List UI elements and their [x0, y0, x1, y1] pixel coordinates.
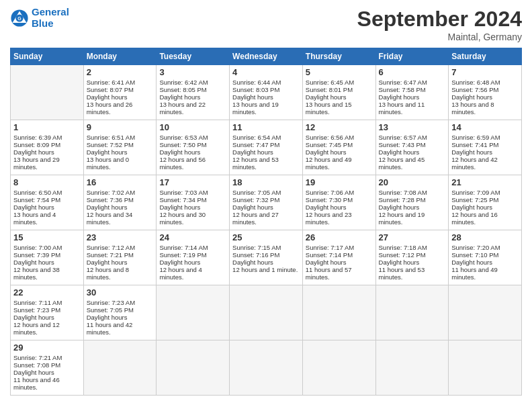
daylight-duration: 13 hours and 29 minutes.: [13, 156, 60, 171]
daylight-label: Daylight hours: [451, 93, 492, 101]
daylight-duration: 13 hours and 11 minutes.: [379, 101, 425, 116]
daylight-duration: 12 hours and 27 minutes.: [232, 211, 279, 226]
sunrise-text: Sunrise: 6:48 AM: [451, 79, 500, 86]
calendar-cell: 6Sunrise: 6:47 AMSunset: 7:58 PMDaylight…: [375, 65, 449, 120]
day-number: 23: [87, 232, 154, 242]
day-number: 4: [232, 67, 300, 77]
calendar-cell: [449, 285, 522, 340]
daylight-label: Daylight hours: [159, 148, 200, 156]
sunset-text: Sunset: 7:43 PM: [379, 141, 426, 148]
location: Maintal, Germany: [357, 32, 522, 42]
calendar-cell: 1Sunrise: 6:39 AMSunset: 8:09 PMDaylight…: [11, 120, 84, 175]
daylight-duration: 12 hours and 56 minutes.: [159, 156, 206, 171]
daylight-label: Daylight hours: [87, 314, 128, 321]
sunrise-text: Sunrise: 7:17 AM: [306, 244, 354, 251]
calendar-cell: [83, 340, 157, 396]
col-monday: Monday: [83, 48, 157, 65]
calendar-cell: [449, 340, 522, 396]
day-number: 9: [87, 122, 154, 132]
sunrise-text: Sunrise: 7:09 AM: [451, 189, 500, 196]
daylight-label: Daylight hours: [451, 203, 492, 211]
logo: G General Blue: [10, 7, 69, 29]
day-number: 27: [379, 232, 446, 242]
sunset-text: Sunset: 7:05 PM: [87, 306, 134, 314]
sunset-text: Sunset: 8:07 PM: [87, 86, 134, 93]
daylight-duration: 13 hours and 4 minutes.: [13, 211, 56, 226]
sunrise-text: Sunrise: 7:06 AM: [306, 189, 354, 196]
daylight-label: Daylight hours: [87, 148, 128, 156]
sunset-text: Sunset: 7:23 PM: [13, 306, 60, 314]
day-number: 1: [13, 122, 81, 132]
calendar-cell: 11Sunrise: 6:54 AMSunset: 7:47 PMDayligh…: [230, 120, 303, 175]
daylight-duration: 13 hours and 26 minutes.: [87, 101, 133, 116]
sunset-text: Sunset: 8:01 PM: [306, 86, 353, 93]
sunrise-text: Sunrise: 7:05 AM: [232, 189, 281, 196]
daylight-label: Daylight hours: [306, 93, 347, 101]
daylight-duration: 13 hours and 22 minutes.: [159, 101, 206, 116]
daylight-duration: 12 hours and 38 minutes.: [13, 266, 60, 281]
calendar-cell: 14Sunrise: 6:59 AMSunset: 7:41 PMDayligh…: [449, 120, 522, 175]
sunset-text: Sunset: 7:10 PM: [451, 251, 498, 259]
daylight-duration: 12 hours and 45 minutes.: [379, 156, 425, 171]
calendar-cell: [302, 340, 375, 396]
calendar-cell: [375, 340, 449, 396]
sunset-text: Sunset: 7:52 PM: [87, 141, 134, 148]
daylight-label: Daylight hours: [13, 369, 54, 376]
calendar-cell: 20Sunrise: 7:08 AMSunset: 7:28 PMDayligh…: [375, 175, 449, 230]
calendar-cell: 2Sunrise: 6:41 AMSunset: 8:07 PMDaylight…: [83, 65, 157, 120]
col-thursday: Thursday: [302, 48, 375, 65]
daylight-label: Daylight hours: [232, 148, 273, 156]
calendar-row: 2Sunrise: 6:41 AMSunset: 8:07 PMDaylight…: [11, 65, 522, 120]
day-number: 28: [451, 232, 519, 242]
calendar-cell: 25Sunrise: 7:15 AMSunset: 7:16 PMDayligh…: [230, 230, 303, 285]
calendar-cell: 21Sunrise: 7:09 AMSunset: 7:25 PMDayligh…: [449, 175, 522, 230]
sunrise-text: Sunrise: 6:50 AM: [13, 189, 62, 196]
sunset-text: Sunset: 7:56 PM: [451, 86, 498, 93]
sunset-text: Sunset: 8:03 PM: [232, 86, 279, 93]
sunrise-text: Sunrise: 6:51 AM: [87, 134, 135, 141]
calendar-cell: [302, 285, 375, 340]
daylight-label: Daylight hours: [232, 203, 273, 211]
sunrise-text: Sunrise: 7:11 AM: [13, 299, 62, 306]
logo-text: General Blue: [32, 7, 69, 29]
calendar-cell: [157, 340, 230, 396]
daylight-duration: 13 hours and 0 minutes.: [87, 156, 129, 171]
calendar-cell: 30Sunrise: 7:23 AMSunset: 7:05 PMDayligh…: [83, 285, 157, 340]
col-tuesday: Tuesday: [157, 48, 230, 65]
daylight-label: Daylight hours: [87, 93, 128, 101]
sunset-text: Sunset: 7:58 PM: [379, 86, 426, 93]
day-number: 19: [306, 177, 373, 187]
day-number: 14: [451, 122, 519, 132]
calendar-row: 22Sunrise: 7:11 AMSunset: 7:23 PMDayligh…: [11, 285, 522, 340]
day-number: 22: [13, 287, 81, 298]
sunrise-text: Sunrise: 7:03 AM: [159, 189, 208, 196]
calendar-page: G General Blue September 2024 Maintal, G…: [0, 0, 532, 411]
daylight-label: Daylight hours: [232, 93, 273, 101]
daylight-label: Daylight hours: [159, 203, 200, 211]
daylight-label: Daylight hours: [379, 93, 420, 101]
calendar-cell: 12Sunrise: 6:56 AMSunset: 7:45 PMDayligh…: [302, 120, 375, 175]
sunset-text: Sunset: 7:28 PM: [379, 196, 426, 203]
sunset-text: Sunset: 7:21 PM: [87, 251, 134, 259]
sunrise-text: Sunrise: 6:53 AM: [159, 134, 208, 141]
day-number: 26: [306, 232, 373, 242]
calendar-table: Sunday Monday Tuesday Wednesday Thursday…: [10, 48, 522, 396]
daylight-label: Daylight hours: [13, 259, 54, 266]
sunset-text: Sunset: 7:47 PM: [232, 141, 279, 148]
daylight-duration: 12 hours and 42 minutes.: [451, 156, 498, 171]
day-number: 8: [13, 177, 81, 187]
calendar-cell: 16Sunrise: 7:02 AMSunset: 7:36 PMDayligh…: [83, 175, 157, 230]
day-number: 16: [87, 177, 154, 187]
sunrise-text: Sunrise: 7:00 AM: [13, 244, 62, 251]
calendar-row: 1Sunrise: 6:39 AMSunset: 8:09 PMDaylight…: [11, 120, 522, 175]
daylight-label: Daylight hours: [87, 259, 128, 266]
calendar-cell: [157, 285, 230, 340]
sunrise-text: Sunrise: 7:21 AM: [13, 354, 62, 361]
sunset-text: Sunset: 7:25 PM: [451, 196, 498, 203]
daylight-duration: 12 hours and 49 minutes.: [306, 156, 352, 171]
day-number: 6: [379, 67, 446, 77]
logo-icon: G: [10, 9, 29, 28]
day-number: 30: [87, 287, 154, 298]
daylight-label: Daylight hours: [451, 148, 492, 156]
daylight-label: Daylight hours: [379, 148, 420, 156]
